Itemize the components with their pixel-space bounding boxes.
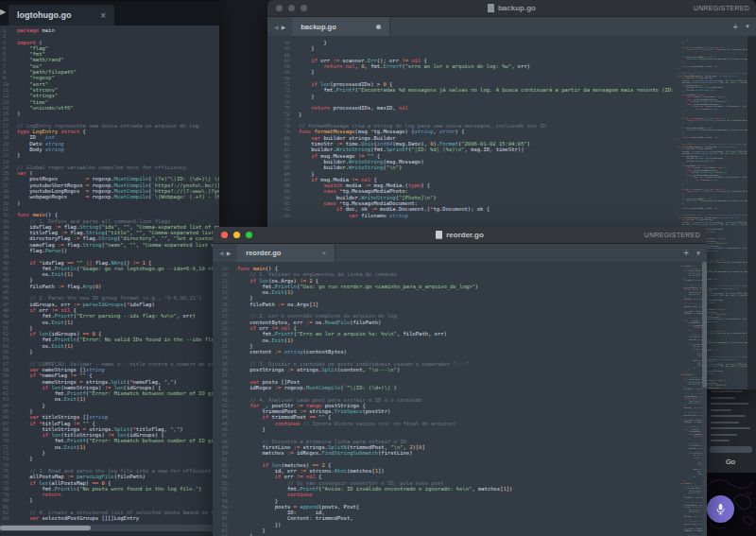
mic-button[interactable] (707, 495, 734, 523)
modified-dot-icon (376, 25, 381, 29)
scrollbar-reorder[interactable] (702, 262, 707, 536)
window-title-reorder: reorder.go (213, 231, 707, 239)
document-icon (436, 231, 442, 239)
tab-overflow-button[interactable]: ▼ (745, 24, 750, 29)
document-icon (488, 4, 494, 12)
window-title-backup: backup.go (267, 4, 756, 12)
window-controls-backup (276, 5, 307, 11)
code-area-logtohugo[interactable]: package main import ( "flag" "fmt" "math… (17, 26, 219, 524)
hscrollbar-logtohugo[interactable] (0, 525, 219, 531)
close-tab-icon[interactable]: × (322, 249, 327, 257)
unregistered-label: UNREGISTERED (644, 232, 700, 238)
tab-scroll-right-icon[interactable]: ▶ (0, 8, 6, 16)
minimize-window-button[interactable] (233, 232, 240, 238)
editor-logtohugo[interactable]: 1 2 3 4 5 6 7 8 9 10 11 12 13 14 15 16 1… (0, 26, 219, 524)
hscrollbar-thumb[interactable] (0, 526, 91, 530)
voice-assistant-canvas (705, 473, 756, 536)
tab-scroll-right-icon[interactable]: ▶ (282, 24, 286, 30)
unregistered-label: UNREGISTERED (694, 5, 749, 11)
tabbar-reorder: ◀ ▶ reorder.go × + ▼ (213, 244, 707, 262)
zoom-window-button[interactable] (246, 232, 252, 238)
panel-text-lines (711, 390, 752, 441)
close-window-button[interactable] (221, 232, 228, 238)
voice-assistant-panel: Go (705, 386, 756, 536)
new-tab-button[interactable]: + (732, 22, 738, 32)
window-controls-reorder (221, 232, 252, 238)
desktop: Go (0, 0, 756, 536)
tab-actions-backup: + ▼ (732, 17, 750, 36)
tab-scroll-right-icon[interactable]: ▶ (227, 250, 232, 256)
titlebar-reorder[interactable]: reorder.go UNREGISTERED (213, 227, 707, 244)
panel-input-bar[interactable] (710, 446, 752, 453)
tab-reorder[interactable]: reorder.go × (237, 244, 335, 262)
go-button[interactable]: Go (705, 458, 756, 466)
tabbar-logtohugo: ▶ logtohugo.go × (0, 2, 219, 26)
titlebar-backup[interactable]: backup.go UNREGISTERED (267, 0, 756, 17)
new-tab-button[interactable]: + (683, 248, 689, 258)
window-bottom-edge (0, 531, 219, 536)
tab-actions-reorder: + ▼ (683, 244, 701, 262)
scrollbar-backup[interactable] (747, 36, 756, 389)
mic-icon (714, 503, 727, 515)
line-numbers-logtohugo: 1 2 3 4 5 6 7 8 9 10 11 12 13 14 15 16 1… (0, 26, 12, 524)
line-numbers-reorder: 19 20 21 22 23 24 25 26 27 28 29 30 31 3… (213, 262, 228, 536)
zoom-window-button[interactable] (301, 5, 307, 11)
scrollbar-thumb[interactable] (702, 262, 707, 388)
tab-scroll-left-icon[interactable]: ◀ (274, 24, 279, 30)
close-window-button[interactable] (276, 5, 283, 11)
tab-scroll-left-icon[interactable]: ◀ (219, 250, 224, 256)
minimap-reorder[interactable]: func main() { // 1. Validar os argumento… (679, 262, 702, 536)
close-tab-icon[interactable]: × (100, 10, 106, 21)
tab-overflow-button[interactable]: ▼ (696, 251, 701, 256)
tab-nav-arrows: ◀ ▶ (213, 244, 237, 262)
tab-logtohugo[interactable]: logtohugo.go × (9, 5, 114, 26)
tab-nav-arrows: ◀ ▶ (267, 17, 292, 36)
tab-backup[interactable]: backup.go (292, 17, 390, 36)
code-area-reorder[interactable]: func main() { // 1. Validar os argumento… (237, 262, 679, 536)
editor-reorder[interactable]: 19 20 21 22 23 24 25 26 27 28 29 30 31 3… (213, 262, 707, 536)
window-reorder: reorder.go UNREGISTERED ◀ ▶ reorder.go ×… (213, 227, 707, 536)
window-logtohugo: ▶ logtohugo.go × 1 2 3 4 5 6 7 8 9 10 11… (0, 0, 219, 536)
minimize-window-button[interactable] (288, 5, 295, 11)
tabbar-backup: ◀ ▶ backup.go + ▼ (267, 17, 756, 36)
